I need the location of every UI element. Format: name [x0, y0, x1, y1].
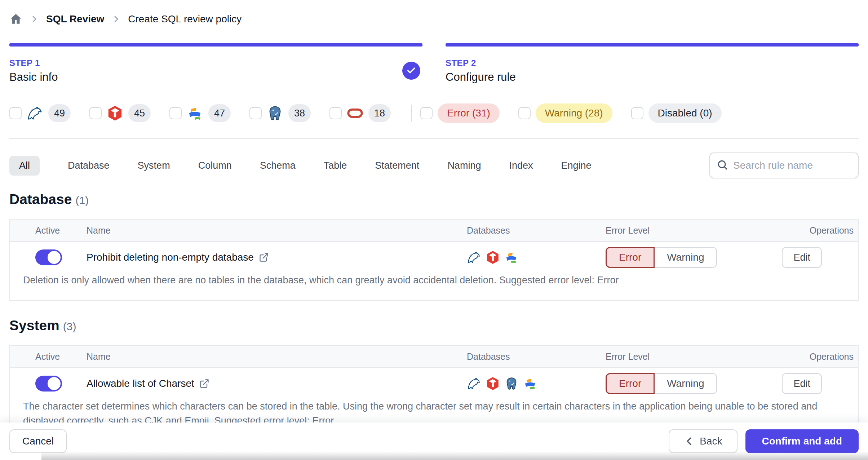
error-level-segmented: ErrorWarning: [606, 373, 770, 394]
search-rule-box: [709, 152, 859, 178]
tab-naming[interactable]: Naming: [447, 156, 481, 176]
level-checkbox[interactable]: [518, 107, 531, 119]
level-pill-warning[interactable]: Warning (28): [536, 103, 612, 123]
level-filter-error[interactable]: Error (31): [420, 103, 500, 123]
search-rule-input[interactable]: [733, 160, 851, 171]
tab-column[interactable]: Column: [198, 156, 232, 176]
column-header-error-level: Error Level: [606, 351, 770, 362]
column-header-error-level: Error Level: [606, 225, 770, 236]
section-count: (3): [63, 320, 76, 332]
confirm-and-add-button[interactable]: Confirm and add: [745, 429, 859, 453]
tab-statement[interactable]: Statement: [375, 156, 419, 176]
ext-link-icon[interactable]: [199, 379, 209, 389]
chevron-right-icon: [111, 14, 121, 24]
tab-schema[interactable]: Schema: [260, 156, 296, 176]
mysql-icon: [27, 105, 43, 121]
cancel-button[interactable]: Cancel: [9, 429, 67, 453]
level-option-error[interactable]: Error: [606, 247, 655, 268]
level-filter-warning[interactable]: Warning (28): [518, 103, 612, 123]
column-header-active: Active: [10, 225, 87, 236]
engine-rule-count: 18: [368, 104, 391, 122]
active-cell: [10, 249, 87, 265]
rule-description: Deletion is only allowed when there are …: [10, 268, 858, 298]
active-toggle[interactable]: [35, 249, 62, 265]
breadcrumb-sql-review[interactable]: SQL Review: [46, 13, 104, 25]
mysql-icon: [467, 376, 481, 391]
tab-index[interactable]: Index: [509, 156, 533, 176]
breadcrumb: SQL Review Create SQL review policy: [9, 0, 859, 27]
column-header-active: Active: [10, 351, 87, 362]
engine-filter-mysql[interactable]: 49: [9, 104, 71, 122]
engine-filter-oracle[interactable]: 18: [329, 104, 391, 122]
engine-checkbox[interactable]: [169, 107, 182, 119]
tab-all[interactable]: All: [9, 156, 40, 176]
column-header-operations: Operations: [770, 225, 858, 236]
step-1-progress-bar: [9, 43, 422, 47]
table-header-row: ActiveNameDatabasesError LevelOperations: [10, 346, 858, 368]
category-tabs-row: AllDatabaseSystemColumnSchemaTableStatem…: [9, 152, 859, 178]
engine-checkbox[interactable]: [249, 107, 262, 119]
level-checkbox[interactable]: [631, 107, 643, 119]
step-indicator: STEP 1 Basic info STEP 2 Configure rule: [9, 43, 859, 84]
filter-bar: 4945473818 Error (31)Warning (28)Disable…: [9, 103, 859, 123]
section-title: System: [9, 318, 59, 333]
step-2: STEP 2 Configure rule: [446, 43, 859, 84]
engine-filter-oceanbase[interactable]: 47: [169, 104, 231, 122]
engine-filter-tidb[interactable]: 45: [89, 104, 151, 122]
tab-database[interactable]: Database: [68, 156, 110, 176]
category-tabs: AllDatabaseSystemColumnSchemaTableStatem…: [9, 156, 592, 176]
operations-cell: Edit: [770, 247, 858, 268]
postgresql-icon: [504, 376, 519, 391]
filter-divider: [411, 105, 412, 121]
column-header-name: Name: [87, 225, 467, 236]
engine-checkbox[interactable]: [89, 107, 102, 119]
rule-name-link[interactable]: Prohibit deleting non-empty database: [87, 252, 254, 263]
tab-table[interactable]: Table: [324, 156, 347, 176]
footer-action-bar: Cancel Back Confirm and add: [0, 423, 868, 460]
oracle-icon: [347, 105, 363, 121]
step-2-label: STEP 2: [446, 58, 516, 68]
level-checkbox[interactable]: [420, 107, 433, 119]
toggle-knob: [48, 377, 61, 390]
tidb-icon: [486, 376, 500, 391]
active-toggle[interactable]: [35, 376, 62, 392]
level-pill-disabled[interactable]: Disabled (0): [648, 103, 722, 123]
search-icon: [717, 159, 728, 172]
breadcrumb-current-page: Create SQL review policy: [128, 13, 242, 25]
oceanbase-icon: [187, 105, 203, 121]
engine-checkbox[interactable]: [9, 107, 22, 119]
engine-rule-count: 38: [288, 104, 311, 122]
chevron-right-icon: [30, 14, 39, 24]
level-option-error[interactable]: Error: [606, 373, 655, 394]
table-header-row: ActiveNameDatabasesError LevelOperations: [10, 220, 858, 242]
level-pill-error[interactable]: Error (31): [438, 103, 500, 123]
mysql-icon: [467, 250, 481, 265]
step-completed-check-icon: [402, 62, 420, 80]
engine-rule-count: 49: [48, 104, 71, 122]
level-option-warning[interactable]: Warning: [654, 373, 717, 394]
section-title: Database: [9, 191, 72, 207]
name-cell: Allowable list of Charset: [87, 378, 467, 389]
divider: [9, 138, 859, 139]
engine-checkbox[interactable]: [329, 107, 342, 119]
tidb-icon: [486, 250, 500, 265]
step-1: STEP 1 Basic info: [9, 43, 422, 84]
step-2-name: Configure rule: [446, 71, 516, 84]
section-header: System(3): [9, 318, 859, 333]
level-filter-disabled[interactable]: Disabled (0): [631, 103, 722, 123]
engine-filter-postgresql[interactable]: 38: [249, 104, 311, 122]
tab-engine[interactable]: Engine: [561, 156, 591, 176]
level-option-warning[interactable]: Warning: [654, 247, 717, 268]
column-header-databases: Databases: [467, 225, 606, 236]
ext-link-icon[interactable]: [259, 252, 269, 262]
tab-system[interactable]: System: [138, 156, 170, 176]
home-icon[interactable]: [9, 13, 22, 26]
edit-button[interactable]: Edit: [782, 373, 822, 394]
oceanbase-icon: [504, 250, 519, 265]
edit-button[interactable]: Edit: [782, 247, 822, 268]
engine-rule-count: 45: [128, 104, 151, 122]
name-cell: Prohibit deleting non-empty database: [87, 252, 467, 263]
back-button[interactable]: Back: [669, 429, 737, 453]
rule-name-link[interactable]: Allowable list of Charset: [87, 378, 194, 389]
active-cell: [10, 376, 87, 392]
